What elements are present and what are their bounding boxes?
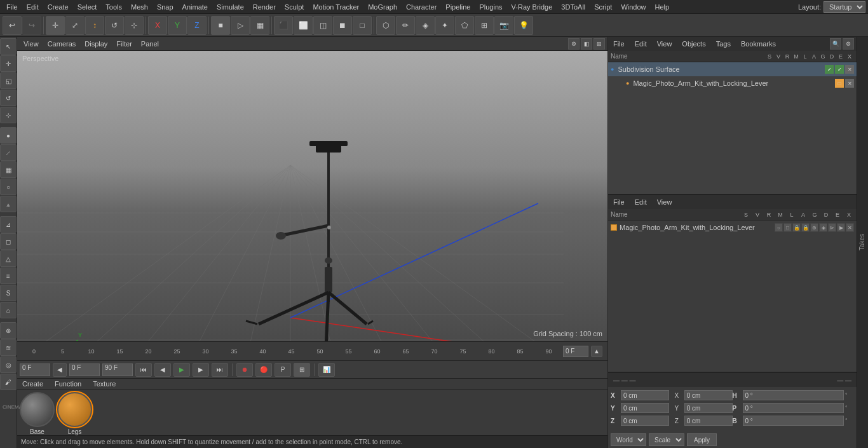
obj-x-btn[interactable]: ✕ — [845, 65, 854, 74]
record-btn[interactable]: ⏺ — [236, 363, 253, 377]
lt-object[interactable]: ○ — [0, 179, 17, 195]
coord-b-field[interactable]: 0 ° — [743, 416, 844, 426]
autokey-btn[interactable]: 🔴 — [255, 363, 272, 377]
material-ball-base[interactable] — [20, 392, 55, 427]
next-key-btn[interactable]: ⏭ — [212, 363, 228, 377]
menu-sculpt[interactable]: Sculpt — [281, 2, 308, 12]
menu-motion-tracker[interactable]: Motion Tracker — [309, 2, 363, 12]
mat-menu-texture[interactable]: Texture — [90, 379, 118, 389]
redo-button[interactable]: ↪ — [22, 16, 41, 35]
lt-smooth[interactable]: ≋ — [0, 339, 17, 356]
subdiv-btn[interactable]: ◈ — [416, 16, 435, 35]
attr-icon-9[interactable]: ✕ — [846, 223, 854, 232]
attr-icon-4[interactable]: 🔒 — [801, 223, 810, 232]
coord-x2-field[interactable]: 0 cm — [684, 390, 733, 400]
motion-clip-btn[interactable]: P — [275, 363, 291, 377]
attr-row-magic-arm[interactable]: Magic_Photo_Arm_Kit_with_Locking_Lever ○… — [608, 221, 857, 234]
lt-tool5[interactable]: S — [0, 285, 17, 301]
cube-btn[interactable]: ⬡ — [376, 16, 395, 35]
coord-y-field[interactable]: 0 cm — [621, 403, 669, 413]
coord-x-field[interactable]: 0 cm — [621, 390, 669, 400]
vp-menu-filter[interactable]: Filter — [112, 39, 135, 49]
menu-edit[interactable]: Edit — [23, 2, 43, 12]
current-frame-field[interactable]: 0 F — [20, 363, 50, 376]
obj-menu-file[interactable]: File — [611, 39, 627, 49]
attr-icon-6[interactable]: ◈ — [819, 223, 827, 232]
menu-tools[interactable]: Tools — [102, 2, 126, 12]
lt-tool2[interactable]: ◻ — [0, 233, 17, 250]
tab-takes[interactable]: Takes — [857, 230, 867, 254]
mat-menu-function[interactable]: Function — [52, 379, 84, 389]
menu-character[interactable]: Character — [402, 2, 440, 12]
material-ball-legs[interactable] — [57, 392, 92, 427]
edge-mode-button[interactable]: ▷ — [231, 16, 250, 35]
poly-mode-button[interactable]: ▦ — [250, 16, 269, 35]
axis-x-button[interactable]: X — [148, 16, 167, 35]
menu-file[interactable]: File — [3, 2, 22, 12]
viewport-canvas[interactable]: X Y Z — [17, 51, 607, 341]
attr-icon-5[interactable]: ⊛ — [810, 223, 818, 232]
lt-grab[interactable]: ◎ — [0, 356, 17, 373]
prev-frame-stepper[interactable]: ◀ — [53, 363, 67, 377]
transform-button[interactable]: ⊹ — [125, 16, 144, 35]
apply-button[interactable]: Apply — [687, 433, 717, 446]
end-frame-field[interactable]: 90 F — [102, 363, 133, 376]
obj-search-btn[interactable]: 🔍 — [830, 38, 841, 50]
obj-menu-edit[interactable]: Edit — [632, 39, 649, 49]
coord-p-field[interactable]: 0 ° — [743, 403, 844, 413]
obj-menu-view[interactable]: View — [654, 39, 675, 49]
paint-btn[interactable]: ✏ — [396, 16, 415, 35]
menu-snap[interactable]: Snap — [153, 2, 177, 12]
lt-mode3[interactable]: ◱ — [0, 72, 17, 89]
lt-mode4[interactable]: ↺ — [0, 90, 17, 106]
axis-y-button[interactable]: Y — [168, 16, 187, 35]
render-region-button[interactable]: ⬜ — [294, 16, 313, 35]
lt-polys[interactable]: ▦ — [0, 161, 17, 178]
obj2-swatch[interactable]: □ — [835, 79, 844, 88]
menu-vray[interactable]: V-Ray Bridge — [508, 2, 557, 12]
mat-menu-create[interactable]: Create — [20, 379, 46, 389]
scale-dropdown[interactable]: Scale — [649, 433, 684, 446]
obj-row-subdivision[interactable]: ● Subdivision Surface ✓ ✓ ✕ — [608, 62, 857, 76]
coord-z2-field[interactable]: 0 cm — [684, 416, 733, 426]
coord-y2-field[interactable]: 0 cm — [684, 403, 733, 413]
prev-key-btn[interactable]: ⏮ — [135, 363, 152, 377]
lt-uv[interactable]: ⟁ — [0, 196, 17, 212]
render-anim-button[interactable]: ⏹ — [333, 16, 352, 35]
vp-menu-display[interactable]: Display — [81, 39, 111, 49]
menu-animate[interactable]: Animate — [179, 2, 212, 12]
attrs-menu-edit[interactable]: Edit — [632, 197, 649, 207]
render-button[interactable]: ⬛ — [274, 16, 293, 35]
select-button[interactable]: ✛ — [46, 16, 65, 35]
material-base[interactable]: Base — [20, 392, 55, 435]
attrs-menu-view[interactable]: View — [654, 197, 675, 207]
vp-menu-cameras[interactable]: Cameras — [44, 39, 80, 49]
attr-icon-8[interactable]: ▶ — [837, 223, 845, 232]
obj-options-btn[interactable]: ⚙ — [843, 38, 854, 50]
rotate-button[interactable]: ↺ — [105, 16, 124, 35]
menu-script[interactable]: Script — [590, 2, 616, 12]
obj-menu-bookmarks[interactable]: Bookmarks — [738, 39, 778, 49]
vp-ctrl-3[interactable]: ⊞ — [593, 38, 605, 50]
menu-select[interactable]: Select — [74, 2, 101, 12]
scale-button[interactable]: ↕ — [85, 16, 104, 35]
camera-btn[interactable]: 📷 — [494, 16, 513, 35]
clone-btn[interactable]: ✦ — [435, 16, 454, 35]
frame-indicator[interactable]: 0 F — [563, 346, 588, 357]
lt-tool4[interactable]: ≡ — [0, 268, 17, 284]
layout-dropdown[interactable]: Startup — [824, 1, 865, 13]
obj-row-magic-arm[interactable]: ● Magic_Photo_Arm_Kit_with_Locking_Lever… — [608, 76, 857, 90]
lt-mode1[interactable]: ↖ — [0, 38, 17, 55]
lt-tool1[interactable]: ⊿ — [0, 216, 17, 233]
menu-window[interactable]: Window — [617, 2, 649, 12]
menu-mesh[interactable]: Mesh — [127, 2, 152, 12]
vp-ctrl-2[interactable]: ◧ — [581, 38, 592, 50]
undo-button[interactable]: ↩ — [3, 16, 22, 35]
frame-fwd-btn[interactable]: ▶ — [193, 363, 209, 377]
coord-z-field[interactable]: 0 cm — [621, 416, 669, 426]
timeline[interactable]: 0 5 10 15 20 25 30 35 40 45 50 55 60 65 … — [17, 341, 607, 360]
coord-h-field[interactable]: 0 ° — [743, 390, 844, 400]
attr-icon-7[interactable]: ⊳ — [828, 223, 836, 232]
lt-tool3[interactable]: △ — [0, 250, 17, 267]
timeline-btn[interactable]: 📊 — [318, 363, 335, 377]
